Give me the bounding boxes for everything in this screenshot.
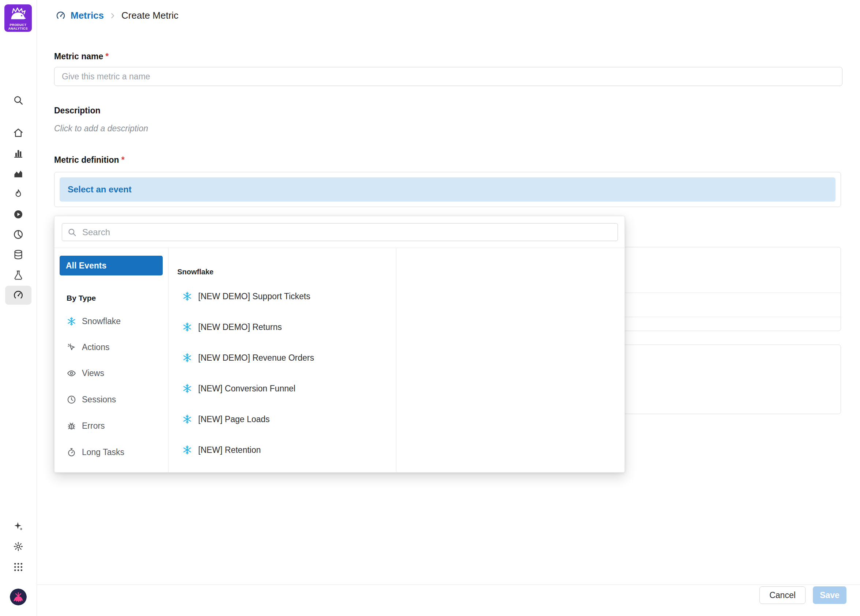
cancel-button[interactable]: Cancel: [760, 586, 805, 604]
search-icon: [67, 228, 77, 237]
clock-icon: [67, 395, 77, 405]
sidebar-item-ai[interactable]: [5, 517, 31, 536]
type-label: Snowflake: [82, 316, 121, 326]
event-detail-column: [396, 248, 625, 472]
type-label: Actions: [82, 343, 109, 352]
sidebar-item-experiments[interactable]: [5, 266, 31, 284]
product-analytics-icon: [56, 11, 66, 21]
metric-name-input[interactable]: [54, 67, 843, 86]
event-item[interactable]: [NEW] Retention: [182, 443, 261, 457]
create-metric-page: PRODUCT ANALYTICS Metrics Create Metric …: [0, 0, 860, 616]
all-events-tab[interactable]: All Events: [60, 256, 163, 275]
event-group-header: Snowflake: [177, 268, 213, 276]
metric-name-label: Metric name*: [54, 52, 108, 61]
snowflake-icon: [182, 353, 192, 363]
apps-grid-icon: [13, 561, 24, 572]
breadcrumb: Metrics Create Metric: [56, 10, 179, 21]
hedgehog-logo-icon: [6, 5, 30, 24]
event-label: [NEW DEMO] Returns: [198, 322, 282, 332]
snowflake-icon: [182, 414, 192, 424]
avatar-hedgehog-icon: [10, 589, 27, 605]
event-label: [NEW DEMO] Support Tickets: [198, 292, 311, 302]
snowflake-icon: [182, 445, 192, 455]
event-item[interactable]: [NEW DEMO] Support Tickets: [182, 289, 311, 303]
select-event-row[interactable]: Select an event: [60, 178, 835, 201]
type-label: Sessions: [82, 395, 116, 405]
sidebar-item-metrics-active[interactable]: [5, 286, 31, 305]
type-item-long-tasks[interactable]: Long Tasks: [67, 446, 124, 459]
eye-icon: [67, 368, 77, 378]
gauge-icon: [13, 290, 24, 301]
metric-definition-label-text: Metric definition: [54, 155, 119, 165]
by-type-header: By Type: [67, 294, 96, 303]
sidebar-item-home[interactable]: [5, 123, 31, 142]
metric-definition-label: Metric definition*: [54, 155, 125, 165]
pie-chart-icon: [13, 229, 24, 240]
cursor-click-icon: [67, 343, 77, 352]
home-icon: [13, 127, 24, 138]
type-item-views[interactable]: Views: [67, 366, 104, 380]
event-item[interactable]: [NEW DEMO] Revenue Orders: [182, 350, 314, 365]
event-label: [NEW DEMO] Revenue Orders: [198, 353, 314, 363]
type-item-snowflake[interactable]: Snowflake: [67, 314, 121, 328]
sidebar-item-activity[interactable]: [5, 184, 31, 203]
chevron-right-icon: [108, 12, 117, 20]
type-item-actions[interactable]: Actions: [67, 341, 109, 354]
description-add-placeholder[interactable]: Click to add a description: [54, 124, 148, 134]
bug-icon: [67, 421, 77, 431]
type-item-sessions[interactable]: Sessions: [67, 393, 116, 406]
snowflake-icon: [67, 316, 77, 326]
event-item[interactable]: [NEW] Conversion Funnel: [182, 381, 295, 396]
sidebar-item-data[interactable]: [5, 245, 31, 264]
footer-divider: [36, 585, 860, 585]
play-circle-icon: [13, 209, 24, 220]
event-item[interactable]: [NEW DEMO] Returns: [182, 320, 282, 334]
event-picker-columns: All Events By Type Snowflake Actions Vie…: [55, 248, 625, 472]
search-icon: [13, 95, 24, 106]
sidebar-item-trends[interactable]: [5, 164, 31, 183]
save-button[interactable]: Save: [813, 586, 846, 604]
sidebar-item-apps[interactable]: [5, 558, 31, 577]
type-label: Long Tasks: [82, 447, 124, 457]
sidebar-item-insights[interactable]: [5, 225, 31, 244]
gear-icon: [13, 541, 24, 552]
logo-text: PRODUCT ANALYTICS: [5, 23, 32, 30]
event-picker-popover: All Events By Type Snowflake Actions Vie…: [54, 216, 625, 473]
event-search-box: [62, 223, 618, 241]
type-item-errors[interactable]: Errors: [67, 419, 105, 432]
database-icon: [13, 249, 24, 260]
type-label: Errors: [82, 421, 105, 431]
product-analytics-logo[interactable]: PRODUCT ANALYTICS: [5, 5, 32, 32]
sidebar-item-dashboards[interactable]: [5, 144, 31, 163]
flame-icon: [13, 189, 24, 200]
metric-definition-box: Select an event: [54, 172, 841, 207]
event-type-column: All Events By Type Snowflake Actions Vie…: [55, 248, 168, 472]
event-search-input[interactable]: [82, 227, 612, 238]
user-avatar[interactable]: [10, 589, 27, 605]
snowflake-icon: [182, 383, 192, 394]
sparkle-icon: [13, 520, 24, 531]
sidebar-item-search[interactable]: [5, 91, 31, 110]
snowflake-icon: [182, 291, 192, 302]
description-label: Description: [54, 106, 100, 116]
snowflake-icon: [182, 322, 192, 332]
breadcrumb-metrics-link[interactable]: Metrics: [71, 10, 104, 21]
metric-name-label-text: Metric name: [54, 52, 103, 61]
event-item[interactable]: [NEW] Page Loads: [182, 412, 270, 426]
sidebar-item-settings[interactable]: [5, 537, 31, 556]
app-sidebar: PRODUCT ANALYTICS: [0, 0, 37, 616]
area-chart-icon: [13, 168, 24, 179]
stopwatch-icon: [67, 447, 77, 457]
event-label: [NEW] Conversion Funnel: [198, 384, 295, 394]
required-asterisk: *: [105, 52, 108, 61]
required-asterisk: *: [121, 155, 125, 165]
type-label: Views: [82, 368, 104, 378]
sidebar-item-replay[interactable]: [5, 205, 31, 224]
bar-chart-icon: [13, 148, 24, 159]
event-label: [NEW] Page Loads: [198, 415, 270, 424]
event-list-column: Snowflake [NEW DEMO] Support Tickets [NE…: [168, 248, 396, 472]
event-label: [NEW] Retention: [198, 445, 261, 455]
page-title: Create Metric: [121, 10, 179, 21]
flask-icon: [13, 270, 24, 281]
